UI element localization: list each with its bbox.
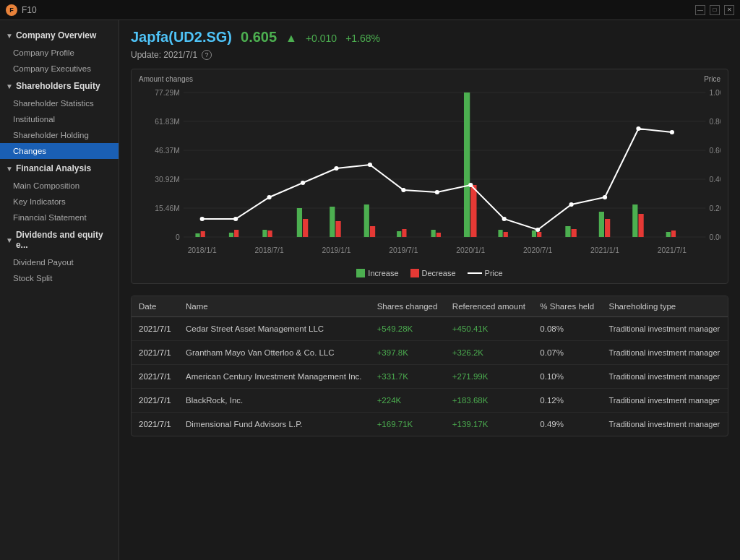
stock-pct: +1.68%	[345, 33, 380, 44]
svg-rect-40	[431, 230, 436, 237]
window-controls: — □ ✕	[695, 5, 734, 15]
cell-shareholding-type: Traditional investment manager	[602, 341, 728, 365]
sidebar-section-label: Shareholders Equity	[16, 81, 100, 91]
svg-text:0.800: 0.800	[710, 118, 720, 126]
svg-rect-33	[303, 219, 308, 237]
svg-text:2018/1/1: 2018/1/1	[188, 246, 218, 254]
col-shares-changed: Shares changed	[370, 296, 445, 317]
table-row: 2021/7/1Grantham Mayo Van Otterloo & Co.…	[132, 341, 728, 365]
stock-name: Japfa(UD2.SG)	[131, 29, 232, 46]
sidebar-item-main-composition[interactable]: Main Composition	[0, 178, 119, 194]
legend-price-label: Price	[485, 269, 503, 277]
sidebar-item-company-executives[interactable]: Company Executives	[0, 61, 119, 77]
svg-rect-48	[565, 226, 570, 237]
svg-text:0.600: 0.600	[710, 147, 720, 155]
cell-shareholding-type: Traditional investment manager	[602, 413, 728, 436]
sidebar-item-shareholder-holding[interactable]: Shareholder Holding	[0, 127, 119, 143]
cell-shares-changed: +169.71K	[370, 413, 445, 436]
svg-rect-26	[195, 233, 199, 237]
svg-text:77.29M: 77.29M	[155, 89, 179, 97]
cell-name: Cedar Street Asset Management LLC	[178, 317, 370, 341]
svg-rect-46	[532, 231, 536, 237]
maximize-button[interactable]: □	[710, 5, 720, 15]
table-header-row: Date Name Shares changed Referenced amou…	[132, 296, 728, 317]
col-shareholding-type: Shareholding type	[602, 296, 728, 317]
svg-rect-39	[402, 229, 406, 237]
data-table: Date Name Shares changed Referenced amou…	[131, 296, 728, 436]
col-date: Date	[132, 296, 178, 317]
sidebar-section-label: Company Overview	[16, 30, 96, 40]
cell-shareholding-type: Traditional investment manager	[602, 317, 728, 341]
sidebar-section-dividends[interactable]: ▼ Dividends and equity e...	[0, 225, 119, 254]
sidebar-item-financial-statement[interactable]: Financial Statement	[0, 210, 119, 225]
sidebar-item-company-profile[interactable]: Company Profile	[0, 45, 119, 61]
svg-point-68	[603, 195, 607, 199]
sidebar-item-stock-split[interactable]: Stock Split	[0, 270, 119, 286]
shareholders-table: Date Name Shares changed Referenced amou…	[132, 296, 728, 436]
svg-rect-54	[666, 232, 671, 237]
cell-name: Dimensional Fund Advisors L.P.	[178, 413, 370, 436]
cell-shares-changed: +331.7K	[370, 365, 445, 389]
cell-pct-shares: 0.07%	[533, 341, 601, 365]
cell-referenced-amount: +183.68K	[445, 389, 533, 413]
svg-rect-28	[229, 233, 233, 237]
sidebar-item-shareholder-statistics[interactable]: Shareholder Statistics	[0, 95, 119, 111]
cell-pct-shares: 0.49%	[533, 413, 601, 436]
cell-shares-changed: +549.28K	[370, 317, 445, 341]
chevron-down-icon: ▼	[6, 32, 13, 40]
svg-rect-47	[537, 232, 541, 237]
svg-rect-29	[234, 230, 238, 237]
table-row: 2021/7/1BlackRock, Inc.+224K+183.68K0.12…	[132, 389, 728, 413]
svg-text:2020/1/1: 2020/1/1	[456, 246, 486, 254]
sidebar-section-company-overview[interactable]: ▼ Company Overview	[0, 26, 119, 45]
chart-svg: 77.29M 61.83M 46.37M 30.92M 15.46M 0 1.0…	[139, 78, 720, 266]
svg-rect-43	[470, 185, 476, 237]
table-row: 2021/7/1Cedar Street Asset Management LL…	[132, 317, 728, 341]
svg-text:0: 0	[176, 233, 180, 241]
svg-rect-38	[397, 231, 401, 237]
svg-rect-42	[464, 92, 470, 237]
help-icon[interactable]: ?	[202, 50, 212, 60]
cell-date: 2021/7/1	[132, 317, 178, 341]
svg-rect-34	[330, 207, 335, 237]
chart-axis-right-label: Price	[704, 75, 720, 83]
sidebar-section-financial-analysis[interactable]: ▼ Financial Analysis	[0, 159, 119, 178]
chart-axis-left-label: Amount changes	[139, 75, 193, 83]
svg-rect-32	[297, 208, 302, 237]
svg-rect-35	[335, 221, 340, 237]
minimize-button[interactable]: —	[695, 5, 705, 15]
increase-color-box	[356, 269, 365, 277]
svg-point-70	[670, 130, 674, 134]
price-up-icon: ▲	[285, 32, 297, 45]
svg-text:0.000: 0.000	[710, 233, 720, 241]
cell-name: BlackRock, Inc.	[178, 389, 370, 413]
svg-text:0.400: 0.400	[710, 176, 720, 184]
sidebar-item-dividend-payout[interactable]: Dividend Payout	[0, 254, 119, 270]
svg-text:2019/1/1: 2019/1/1	[322, 246, 351, 254]
table-row: 2021/7/1American Century Investment Mana…	[132, 365, 728, 389]
sidebar-item-changes[interactable]: Changes	[0, 143, 119, 159]
svg-rect-55	[671, 231, 676, 237]
legend-price: Price	[468, 269, 503, 277]
sidebar-item-institutional[interactable]: Institutional	[0, 111, 119, 127]
svg-point-58	[267, 195, 272, 199]
cell-shares-changed: +397.8K	[370, 341, 445, 365]
svg-text:2018/7/1: 2018/7/1	[255, 246, 285, 254]
svg-point-62	[401, 188, 405, 192]
close-button[interactable]: ✕	[724, 5, 734, 15]
svg-point-60	[334, 166, 338, 171]
titlebar: F F10 — □ ✕	[0, 0, 740, 20]
svg-rect-27	[201, 231, 205, 237]
svg-text:46.37M: 46.37M	[155, 147, 179, 155]
cell-referenced-amount: +271.99K	[445, 365, 533, 389]
sidebar-section-shareholders-equity[interactable]: ▼ Shareholders Equity	[0, 77, 119, 95]
cell-shares-changed: +224K	[370, 389, 445, 413]
svg-point-69	[636, 126, 640, 131]
svg-rect-52	[632, 204, 637, 237]
svg-text:1.000: 1.000	[710, 89, 720, 97]
svg-text:2021/7/1: 2021/7/1	[658, 246, 687, 254]
legend-increase-label: Increase	[368, 269, 398, 277]
sidebar-item-key-indicators[interactable]: Key Indicators	[0, 194, 119, 210]
cell-date: 2021/7/1	[132, 341, 178, 365]
legend-decrease-label: Decrease	[422, 269, 456, 277]
